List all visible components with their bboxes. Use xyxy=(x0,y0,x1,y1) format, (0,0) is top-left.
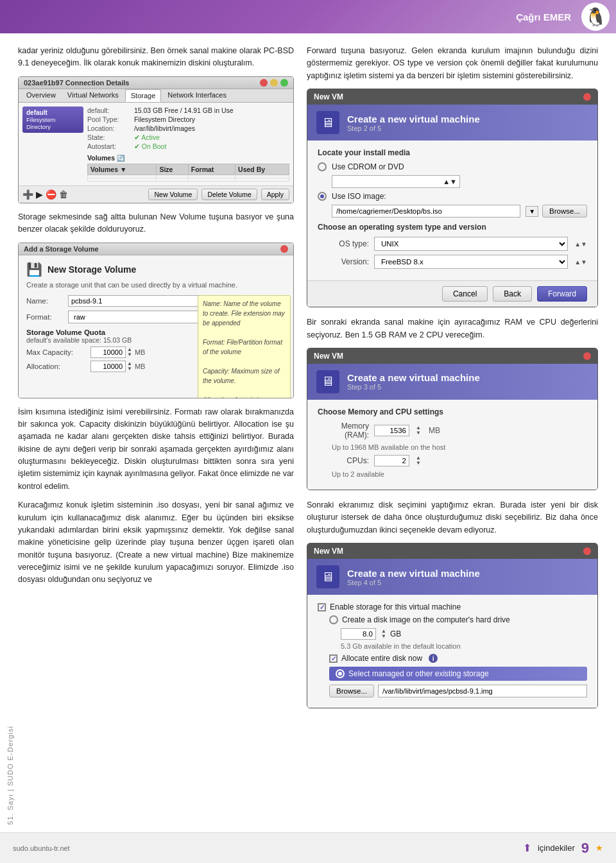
label-ostype: OS type: xyxy=(318,239,369,248)
maximize-btn[interactable] xyxy=(280,79,288,87)
enable-storage-checkbox[interactable]: ✓ xyxy=(318,603,326,611)
disk-spin-down[interactable]: ▼ xyxy=(381,634,386,639)
delete-icon[interactable]: 🗑 xyxy=(59,189,68,200)
cancel-btn-2[interactable]: Cancel xyxy=(442,286,488,302)
version-spin: ▲▼ xyxy=(574,259,587,266)
allocation-spinner[interactable]: ▲ ▼ xyxy=(127,361,132,372)
newvm2-controls xyxy=(583,93,591,101)
add-storage-window: Add a Storage Volume 💾 New Storage Volum… xyxy=(18,243,294,398)
add-storage-subtitle: Create a storage unit that can be used d… xyxy=(26,281,286,289)
newvm2-option-iso: Use ISO image: xyxy=(318,192,587,201)
conn-inner: default Filesystem Directory default: 15… xyxy=(19,103,293,185)
close-btn-2[interactable] xyxy=(280,245,288,253)
version-select[interactable]: FreeBSD 8.x xyxy=(374,255,568,269)
back-btn[interactable]: Back xyxy=(493,286,532,302)
left-para-3: İsim kısımına istediğiniz isimi verebili… xyxy=(18,406,294,493)
allocation-input[interactable] xyxy=(90,361,126,372)
close-btn[interactable] xyxy=(260,79,268,87)
volumes-header: Volumes 🔄 xyxy=(87,154,289,162)
cpu-spinner[interactable]: ▲ ▼ xyxy=(416,456,421,466)
sidebar-item-default[interactable]: default Filesystem Directory xyxy=(22,107,83,133)
newvm3-icon: 🖥 xyxy=(316,370,339,393)
disk-size-input[interactable] xyxy=(341,628,376,640)
page-number: 9 xyxy=(581,840,589,857)
radio-iso[interactable] xyxy=(318,192,327,201)
conn-controls xyxy=(260,79,288,87)
ostype-spin: ▲▼ xyxy=(574,241,587,248)
left-column: kadar yeriniz olduğunu görebilirsiniz. B… xyxy=(18,45,294,717)
tooltip-name: Name: Name of the volume to create. File… xyxy=(203,299,286,328)
max-capacity-input[interactable] xyxy=(90,346,126,358)
option-iso-label: Use ISO image: xyxy=(332,192,386,201)
tab-storage[interactable]: Storage xyxy=(125,89,162,102)
browse-path-input[interactable] xyxy=(378,685,587,697)
conn-titlebar: 023ae91b97 Connection Details xyxy=(19,77,293,89)
value-pooltype: Filesystem Directory xyxy=(134,115,195,123)
label-autostart: Autostart: xyxy=(87,142,132,150)
disk-hint: 5.3 Gb available in the default location xyxy=(341,642,587,650)
cdrom-dropdown[interactable]: ▲▼ xyxy=(332,175,460,188)
newvm4-controls xyxy=(583,547,591,555)
browse-row: Browse... xyxy=(329,685,587,697)
checkbox-check: ✓ xyxy=(320,604,325,611)
selected-storage-option[interactable]: Select managed or other existing storage xyxy=(329,667,587,681)
add-storage-title: Add a Storage Volume xyxy=(24,245,99,253)
spin-down[interactable]: ▼ xyxy=(127,352,132,357)
radio-selected-storage[interactable] xyxy=(336,669,345,678)
newvm3-header: 🖥 Create a new virtual machine Step 3 of… xyxy=(307,364,597,400)
play-icon[interactable]: ▶ xyxy=(36,189,43,200)
allocate-label: Allocate entire disk now xyxy=(341,654,422,663)
radio-cdrom[interactable] xyxy=(318,162,327,171)
delete-volume-btn[interactable]: Delete Volume xyxy=(201,189,257,200)
add-storage-header-text: New Storage Volume xyxy=(47,264,136,275)
browse-btn[interactable]: Browse... xyxy=(542,205,587,218)
tab-network-interfaces[interactable]: Network Interfaces xyxy=(162,89,232,102)
newvm4-close[interactable] xyxy=(583,547,591,555)
iso-dropdown-btn[interactable]: ▼ xyxy=(526,206,538,217)
conn-footer-icons: ➕ ▶ ⛔ 🗑 xyxy=(22,189,68,200)
col-format: Format xyxy=(188,164,235,175)
allocate-checkbox[interactable]: ✓ xyxy=(329,654,338,663)
add-icon[interactable]: ➕ xyxy=(22,189,33,200)
apply-btn[interactable]: Apply xyxy=(261,189,289,200)
allocation-unit: MB xyxy=(135,363,146,370)
newvm4-header: 🖥 Create a new virtual machine Step 4 of… xyxy=(307,559,597,595)
memory-input[interactable] xyxy=(374,425,409,436)
header-bar: Çağrı EMER 🐧 xyxy=(0,0,616,33)
newvm3-header-step: Step 3 of 5 xyxy=(347,383,480,391)
max-capacity-spinner[interactable]: ▲ ▼ xyxy=(127,347,132,357)
newvm4-header-title: Create a new virtual machine xyxy=(347,568,480,579)
cdrom-arrow: ▲▼ xyxy=(443,178,457,185)
radio-create-disk[interactable] xyxy=(329,615,338,624)
stop-icon[interactable]: ⛔ xyxy=(46,189,56,200)
iso-path-input[interactable] xyxy=(332,205,520,218)
newvm3-close[interactable] xyxy=(583,352,591,360)
nav-up-icon[interactable]: ⬆ xyxy=(523,842,531,854)
conn-row-state: State: ✔ Active xyxy=(87,133,289,141)
volumes-refresh-icon[interactable]: 🔄 xyxy=(117,155,124,162)
cpu-hint: Up to 2 available xyxy=(332,470,587,478)
spin-down-2[interactable]: ▼ xyxy=(127,366,132,372)
new-volume-btn[interactable]: New Volume xyxy=(148,189,198,200)
footer-right: ⬆ içindekiler 9 ★ xyxy=(523,840,603,857)
conn-row-default: default: 15.03 GB Free / 14.91 GB in Use xyxy=(87,107,289,114)
newvm2-close[interactable] xyxy=(583,93,591,101)
disk-size-spinner[interactable]: ▲ ▼ xyxy=(381,629,386,639)
enable-storage-label: Enable storage for this virtual machine xyxy=(330,602,461,611)
newvm-step2-window: New VM 🖥 Create a new virtual machine St… xyxy=(307,89,598,307)
cpu-spin-down[interactable]: ▼ xyxy=(416,461,421,466)
ostype-select[interactable]: UNIX xyxy=(374,237,568,251)
tab-overview[interactable]: Overview xyxy=(21,89,61,102)
newvm2-body: Locate your install media Use CDROM or D… xyxy=(307,141,597,280)
minimize-btn[interactable] xyxy=(270,79,278,87)
info-icon[interactable]: i xyxy=(429,654,438,663)
enable-storage-row: ✓ Enable storage for this virtual machin… xyxy=(318,602,587,611)
value-autostart: ✔ On Boot xyxy=(134,142,166,150)
tab-virtual-networks[interactable]: Virtual Networks xyxy=(62,89,124,102)
cpu-input[interactable] xyxy=(374,455,409,466)
browse-btn-step4[interactable]: Browse... xyxy=(329,685,374,697)
forward-btn[interactable]: Forward xyxy=(537,286,587,302)
mem-spin-down[interactable]: ▼ xyxy=(416,431,421,436)
conn-body: Overview Virtual Networks Storage Networ… xyxy=(19,89,293,203)
memory-spinner[interactable]: ▲ ▼ xyxy=(416,425,421,436)
